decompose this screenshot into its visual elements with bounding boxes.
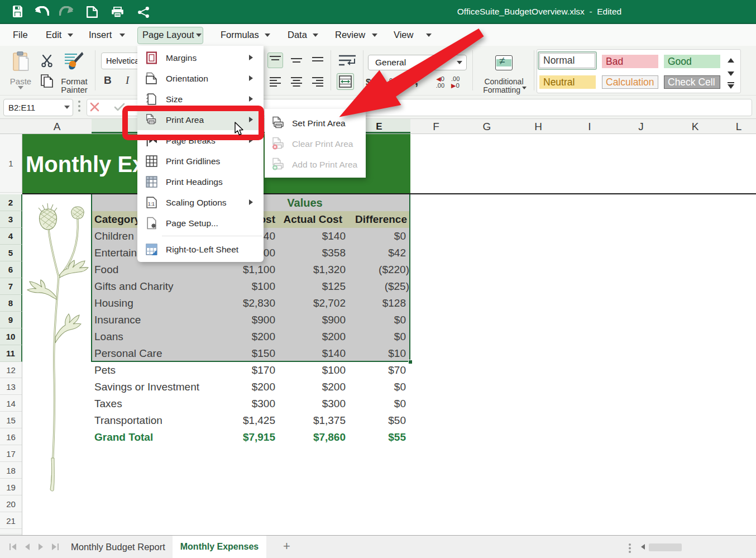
svg-text:1:1: 1:1: [148, 201, 155, 207]
